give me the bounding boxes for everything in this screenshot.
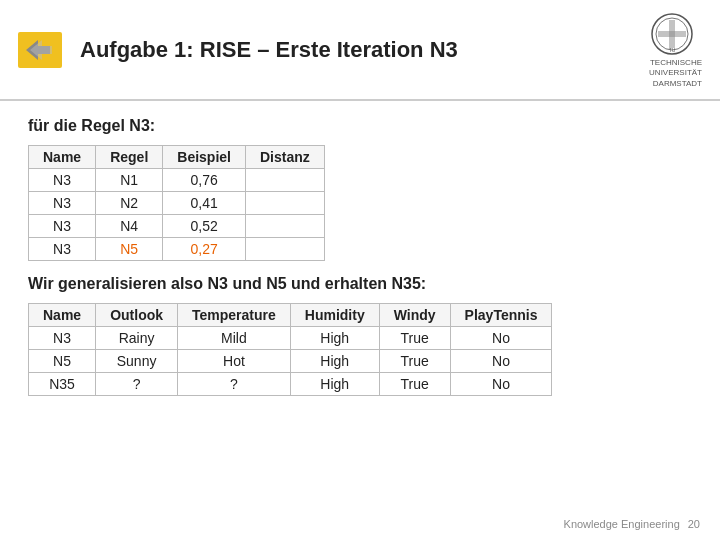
table-generalized: Name Outlook Temperature Humidity Windy … bbox=[28, 303, 552, 396]
cell-beispiel: 0,76 bbox=[163, 169, 246, 192]
cell-distanz bbox=[245, 169, 324, 192]
table-regel: Name Regel Beispiel Distanz N3 N1 0,76 N… bbox=[28, 145, 325, 261]
cell-regel: N2 bbox=[96, 192, 163, 215]
logo-container bbox=[18, 32, 62, 68]
cell-temperature: Mild bbox=[178, 327, 291, 350]
header: Aufgabe 1: RISE – Erste Iteration N3 TU … bbox=[0, 0, 720, 101]
cell-temperature: Hot bbox=[178, 350, 291, 373]
col-header-regel: Regel bbox=[96, 146, 163, 169]
cell-outlook: Sunny bbox=[96, 350, 178, 373]
footer: Knowledge Engineering 20 bbox=[564, 518, 700, 530]
cell-name: N3 bbox=[29, 238, 96, 261]
tud-text: TECHNISCHE UNIVERSITÄT DARMSTADT bbox=[649, 58, 702, 89]
cell-distanz bbox=[245, 192, 324, 215]
table-row: N3 N4 0,52 bbox=[29, 215, 325, 238]
logo-icon bbox=[18, 32, 62, 68]
table-row: N35 ? ? High True No bbox=[29, 373, 552, 396]
footer-page: 20 bbox=[688, 518, 700, 530]
col-header-temperature: Temperature bbox=[178, 304, 291, 327]
cell-name: N3 bbox=[29, 169, 96, 192]
table-row: N3 N1 0,76 bbox=[29, 169, 325, 192]
footer-label: Knowledge Engineering bbox=[564, 518, 680, 530]
cell-outlook: ? bbox=[96, 373, 178, 396]
cell-beispiel: 0,41 bbox=[163, 192, 246, 215]
cell-name: N5 bbox=[29, 350, 96, 373]
cell-playtennis: No bbox=[450, 350, 552, 373]
cell-regel: N4 bbox=[96, 215, 163, 238]
svg-rect-5 bbox=[658, 31, 686, 37]
col-header-distanz: Distanz bbox=[245, 146, 324, 169]
svg-text:TU: TU bbox=[669, 47, 676, 53]
col-header-outlook: Outlook bbox=[96, 304, 178, 327]
cell-humidity: High bbox=[290, 350, 379, 373]
svg-marker-1 bbox=[30, 40, 52, 60]
cell-name: N3 bbox=[29, 192, 96, 215]
cell-name: N3 bbox=[29, 215, 96, 238]
col-header-windy: Windy bbox=[379, 304, 450, 327]
cell-beispiel: 0,27 bbox=[163, 238, 246, 261]
table-row: N3 Rainy Mild High True No bbox=[29, 327, 552, 350]
cell-windy: True bbox=[379, 327, 450, 350]
cell-windy: True bbox=[379, 350, 450, 373]
section1-title: für die Regel N3: bbox=[28, 117, 692, 135]
col-header-name: Name bbox=[29, 146, 96, 169]
cell-windy: True bbox=[379, 373, 450, 396]
cell-regel: N5 bbox=[96, 238, 163, 261]
cell-regel: N1 bbox=[96, 169, 163, 192]
cell-name: N35 bbox=[29, 373, 96, 396]
cell-outlook: Rainy bbox=[96, 327, 178, 350]
table-row: N3 N5 0,27 bbox=[29, 238, 325, 261]
col-header-playtennis: PlayTennis bbox=[450, 304, 552, 327]
cell-playtennis: No bbox=[450, 373, 552, 396]
cell-distanz bbox=[245, 215, 324, 238]
col-header-humidity: Humidity bbox=[290, 304, 379, 327]
cell-name: N3 bbox=[29, 327, 96, 350]
tud-logo: TU TECHNISCHE UNIVERSITÄT DARMSTADT bbox=[642, 10, 702, 89]
cell-beispiel: 0,52 bbox=[163, 215, 246, 238]
cell-temperature: ? bbox=[178, 373, 291, 396]
table-row: N3 N2 0,41 bbox=[29, 192, 325, 215]
cell-humidity: High bbox=[290, 373, 379, 396]
cell-humidity: High bbox=[290, 327, 379, 350]
table-row: N5 Sunny Hot High True No bbox=[29, 350, 552, 373]
page-title: Aufgabe 1: RISE – Erste Iteration N3 bbox=[80, 37, 632, 63]
col-header-name2: Name bbox=[29, 304, 96, 327]
col-header-beispiel: Beispiel bbox=[163, 146, 246, 169]
cell-distanz bbox=[245, 238, 324, 261]
tud-logo-image: TU bbox=[642, 10, 702, 58]
cell-playtennis: No bbox=[450, 327, 552, 350]
main-content: für die Regel N3: Name Regel Beispiel Di… bbox=[0, 101, 720, 416]
section2-title: Wir generalisieren also N3 und N5 und er… bbox=[28, 275, 692, 293]
